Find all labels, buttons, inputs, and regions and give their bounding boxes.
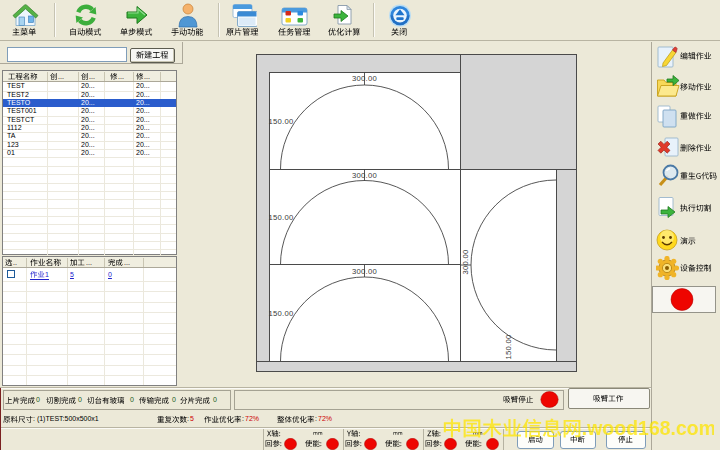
svg-text:300.00: 300.00: [461, 249, 470, 274]
svg-text:150.00: 150.00: [504, 334, 513, 359]
svg-text:.wood168.com: .wood168.com: [582, 417, 714, 439]
svg-text:300.00: 300.00: [352, 74, 377, 83]
svg-text:150.00: 150.00: [269, 213, 294, 222]
svg-text:150.00: 150.00: [269, 309, 294, 318]
svg-text:150.00: 150.00: [269, 117, 294, 126]
svg-text:300.00: 300.00: [352, 171, 377, 180]
svg-text:300.00: 300.00: [352, 267, 377, 276]
